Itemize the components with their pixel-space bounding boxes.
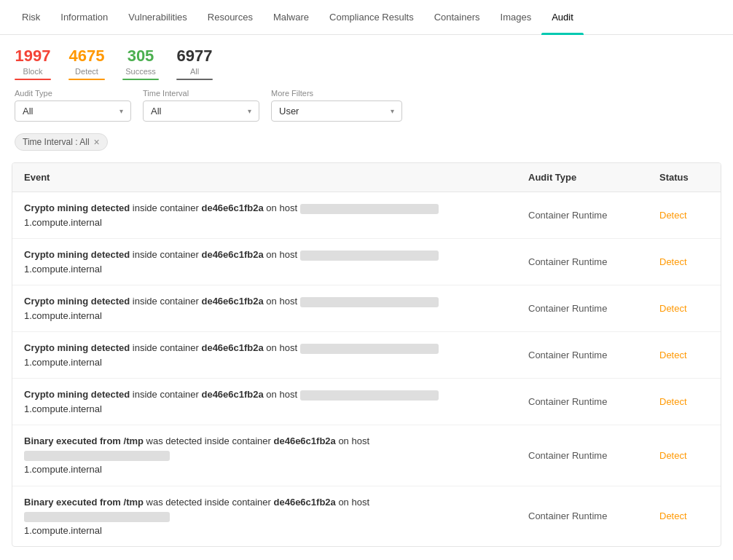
nav-item-vulnerabilities[interactable]: Vulnerabilities	[118, 0, 197, 35]
event-text-line1: Binary executed from /tmp was detected i…	[24, 434, 505, 462]
filter-select-text-time_interval: All	[151, 106, 219, 117]
active-filters-row: Time Interval : All ×	[0, 130, 733, 162]
event-cell: Crypto mining detected inside container …	[12, 285, 517, 331]
container-id: de46e6c1fb2a	[274, 497, 336, 508]
nav-item-containers[interactable]: Containers	[424, 0, 490, 35]
filter-label-time_interval: Time Interval	[143, 89, 259, 98]
filter-select-audit_type[interactable]: All ▾	[15, 100, 131, 122]
stat-number-all: 6977	[177, 47, 213, 66]
container-id: de46e6c1fb2a	[201, 389, 263, 400]
event-mid: inside container	[130, 342, 201, 353]
host-redacted	[24, 451, 170, 461]
audit-table: Event Audit Type Status Crypto mining de…	[12, 162, 721, 547]
host-redacted	[300, 251, 439, 261]
event-host-text: on host	[264, 342, 300, 353]
table-row[interactable]: Binary executed from /tmp was detected i…	[12, 425, 721, 486]
filter-tag-close-icon[interactable]: ×	[94, 137, 100, 147]
stat-label-all: All	[190, 67, 199, 76]
event-bold-prefix: Crypto mining detected	[24, 202, 130, 213]
host-redacted	[300, 297, 439, 307]
event-mid: inside container	[130, 249, 201, 260]
event-host-text: on host	[264, 249, 300, 260]
status-cell: Detect	[648, 500, 721, 532]
audit-type-cell: Container Runtime	[517, 293, 648, 325]
status-cell: Detect	[648, 200, 721, 232]
event-host-text: on host	[264, 296, 300, 307]
host-redacted	[300, 390, 439, 401]
table-row[interactable]: Crypto mining detected inside container …	[12, 239, 721, 285]
event-text-line1: Crypto mining detected inside container …	[24, 387, 505, 402]
filter-select-time_interval[interactable]: All ▾	[143, 100, 259, 122]
chevron-down-icon: ▾	[248, 107, 251, 115]
nav-item-compliance-results[interactable]: Compliance Results	[319, 0, 424, 35]
event-text-line1: Binary executed from /tmp was detected i…	[24, 495, 505, 524]
stat-underline-detect	[68, 79, 105, 80]
audit-type-cell: Container Runtime	[517, 246, 648, 278]
nav-item-risk[interactable]: Risk	[12, 0, 50, 35]
time-interval-filter-tag[interactable]: Time Interval : All ×	[15, 133, 108, 151]
audit-type-cell: Container Runtime	[517, 440, 648, 472]
audit-type-cell: Container Runtime	[517, 386, 648, 418]
nav-item-malware[interactable]: Malware	[263, 0, 319, 35]
stat-all[interactable]: 6977 All	[176, 47, 213, 80]
table-row[interactable]: Crypto mining detected inside container …	[12, 285, 721, 332]
filter-select-more_filters[interactable]: User ▾	[271, 100, 402, 122]
table-row[interactable]: Crypto mining detected inside container …	[12, 332, 721, 379]
event-text-line2: 1.compute.internal	[24, 216, 505, 230]
stat-success[interactable]: 305 Success	[122, 47, 159, 80]
nav-item-resources[interactable]: Resources	[197, 0, 263, 35]
stat-block[interactable]: 1997 Block	[15, 47, 51, 80]
event-text-line1: Crypto mining detected inside container …	[24, 201, 505, 216]
event-mid: inside container	[130, 202, 201, 213]
event-text-line2: 1.compute.internal	[24, 309, 505, 323]
event-host-text: on host	[336, 497, 369, 508]
filter-label-audit_type: Audit Type	[15, 89, 131, 98]
nav-item-images[interactable]: Images	[490, 0, 542, 35]
event-bold-prefix: Binary executed from /tmp	[24, 435, 144, 446]
stats-bar: 1997 Block 4675 Detect 305 Success 6977 …	[0, 35, 733, 89]
event-bold-prefix: Binary executed from /tmp	[24, 497, 144, 508]
stat-number-detect: 4675	[69, 47, 105, 66]
event-text-line2: 1.compute.internal	[24, 524, 505, 538]
event-text-line1: Crypto mining detected inside container …	[24, 341, 505, 355]
event-host-text: on host	[264, 389, 300, 400]
nav-item-audit[interactable]: Audit	[541, 0, 584, 35]
status-cell: Detect	[648, 246, 721, 278]
event-cell: Crypto mining detected inside container …	[12, 192, 517, 238]
event-text-line2: 1.compute.internal	[24, 402, 505, 417]
table-row[interactable]: Crypto mining detected inside container …	[12, 379, 721, 425]
stat-label-success: Success	[125, 67, 156, 76]
event-bold-prefix: Crypto mining detected	[24, 296, 130, 307]
audit-type-cell: Container Runtime	[517, 339, 648, 371]
stat-label-detect: Detect	[75, 67, 98, 76]
event-host-text: on host	[264, 202, 300, 213]
stat-label-block: Block	[23, 67, 43, 76]
table-row[interactable]: Crypto mining detected inside container …	[12, 192, 721, 239]
host-redacted	[300, 204, 439, 214]
container-id: de46e6c1fb2a	[201, 249, 263, 260]
chevron-down-icon: ▾	[119, 107, 123, 115]
container-id: de46e6c1fb2a	[201, 202, 263, 213]
event-text-line2: 1.compute.internal	[24, 355, 505, 370]
filter-group-time_interval: Time Interval All ▾	[143, 89, 259, 122]
event-cell: Binary executed from /tmp was detected i…	[12, 486, 517, 547]
container-id: de46e6c1fb2a	[274, 435, 336, 446]
event-cell: Crypto mining detected inside container …	[12, 332, 517, 378]
audit-type-cell: Container Runtime	[517, 500, 648, 532]
status-cell: Detect	[648, 293, 721, 325]
stat-underline-success	[122, 79, 159, 80]
column-header-event: Event	[12, 163, 517, 192]
filter-label-more_filters: More Filters	[271, 89, 402, 98]
event-bold-prefix: Crypto mining detected	[24, 342, 130, 353]
event-bold-prefix: Crypto mining detected	[24, 389, 130, 400]
filters-row: Audit Type All ▾ Time Interval All ▾ Mor…	[0, 89, 733, 130]
event-mid: inside container	[130, 389, 201, 400]
nav-item-information[interactable]: Information	[50, 0, 118, 35]
filter-group-more_filters: More Filters User ▾	[271, 89, 402, 122]
table-row[interactable]: Binary executed from /tmp was detected i…	[12, 486, 721, 547]
stat-detect[interactable]: 4675 Detect	[68, 47, 105, 80]
column-header-audit-type: Audit Type	[517, 163, 648, 192]
event-cell: Binary executed from /tmp was detected i…	[12, 425, 517, 486]
status-cell: Detect	[648, 386, 721, 418]
filter-tag-label: Time Interval : All	[23, 137, 90, 147]
